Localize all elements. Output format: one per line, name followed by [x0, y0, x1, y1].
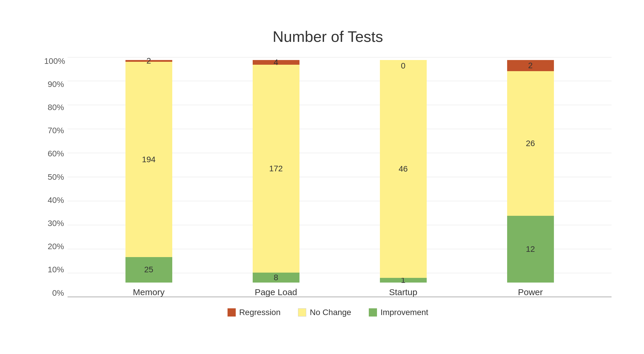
legend-item-improvement: Improvement	[369, 308, 428, 317]
bar-segment-pageload-nochange: 172	[253, 65, 299, 273]
bar-segment-power-nochange: 26	[507, 71, 554, 216]
bar-stack-power: 12 26 2	[507, 60, 554, 283]
bar-value-pageload-regression: 4	[274, 58, 278, 67]
bar-stack-memory: 25 194 2	[125, 60, 172, 283]
bar-value-power-improvement: 12	[526, 244, 535, 254]
bar-group-power: 12 26 2 Power	[501, 60, 560, 297]
y-label-100: 100%	[44, 57, 68, 65]
bar-stack-startup: 1 46 0	[380, 60, 427, 283]
legend-label-nochange: No Change	[310, 308, 351, 317]
y-label-40: 40%	[44, 196, 68, 204]
bar-value-memory-regression: 2	[147, 56, 151, 66]
bar-label-startup: Startup	[389, 287, 417, 297]
legend-label-regression: Regression	[239, 308, 281, 317]
x-axis-line	[68, 297, 612, 297]
bar-value-startup-nochange: 46	[399, 164, 408, 174]
bar-label-pageload: Page Load	[255, 287, 297, 297]
bar-label-power: Power	[518, 287, 543, 297]
bar-segment-memory-regression: 2	[125, 60, 172, 62]
bar-segment-pageload-improvement: 8	[253, 273, 299, 282]
legend: Regression No Change Improvement	[44, 308, 612, 317]
y-label-20: 20%	[44, 242, 68, 251]
y-label-80: 80%	[44, 103, 68, 112]
bar-segment-pageload-regression: 4	[253, 60, 299, 65]
bar-stack-pageload: 8 172 4	[253, 60, 299, 283]
bar-group-pageload: 8 172 4 Page Load	[247, 60, 305, 297]
legend-label-improvement: Improvement	[380, 308, 428, 317]
y-label-0: 0%	[44, 289, 68, 297]
legend-swatch-nochange	[298, 308, 306, 317]
bar-segment-memory-nochange: 194	[125, 62, 172, 257]
bar-segment-memory-improvement: 25	[125, 257, 172, 282]
legend-swatch-regression	[228, 308, 236, 317]
bar-value-power-nochange: 26	[526, 139, 535, 148]
bar-value-pageload-improvement: 8	[274, 273, 278, 282]
legend-item-nochange: No Change	[298, 308, 351, 317]
chart-area: 0% 10% 20% 30% 40% 50% 60% 70% 80% 90% 1…	[44, 57, 612, 297]
bar-value-startup-regression: 0	[401, 61, 406, 71]
y-label-60: 60%	[44, 150, 68, 158]
bar-value-memory-nochange: 194	[142, 155, 156, 164]
legend-item-regression: Regression	[228, 308, 281, 317]
bar-group-startup: 1 46 0 Startup	[374, 60, 433, 297]
bar-value-power-regression: 2	[528, 61, 533, 70]
bar-label-memory: Memory	[133, 287, 164, 297]
y-label-10: 10%	[44, 266, 68, 274]
y-label-50: 50%	[44, 173, 68, 181]
y-axis: 0% 10% 20% 30% 40% 50% 60% 70% 80% 90% 1…	[44, 57, 68, 297]
y-label-30: 30%	[44, 219, 68, 228]
bars-wrapper: 25 194 2 Memory 8	[68, 57, 612, 297]
legend-swatch-improvement	[369, 308, 377, 317]
bar-value-memory-improvement: 25	[144, 265, 153, 274]
bar-value-pageload-nochange: 172	[269, 164, 283, 173]
chart-plot: 25 194 2 Memory 8	[68, 57, 612, 297]
bar-segment-power-improvement: 12	[507, 216, 554, 283]
bar-segment-startup-improvement: 1	[380, 278, 427, 283]
bar-group-memory: 25 194 2 Memory	[120, 60, 178, 297]
bar-segment-power-regression: 2	[507, 60, 554, 71]
chart-container: Number of Tests 0% 10% 20% 30% 40% 50% 6…	[15, 16, 629, 338]
chart-title: Number of Tests	[44, 28, 612, 45]
y-label-70: 70%	[44, 126, 68, 135]
y-label-90: 90%	[44, 80, 68, 88]
bar-segment-startup-nochange: 46	[380, 60, 427, 278]
